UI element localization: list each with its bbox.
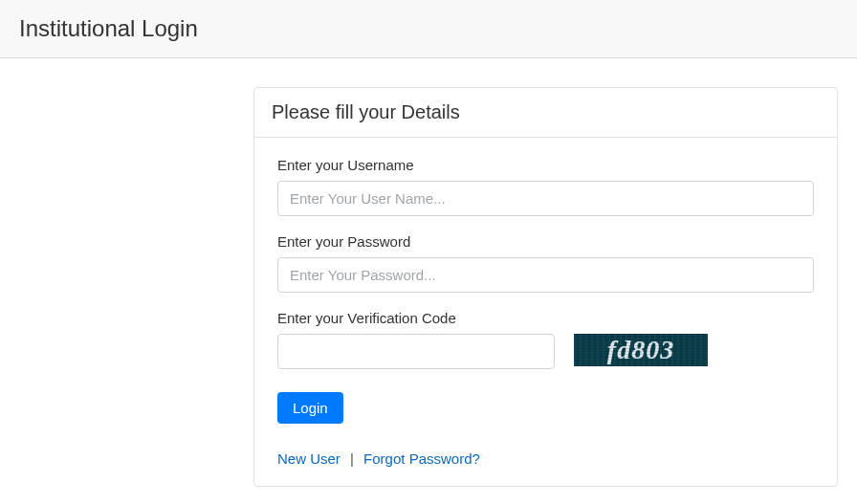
link-separator: | — [350, 450, 354, 467]
verification-label: Enter your Verification Code — [277, 310, 814, 326]
page-title: Institutional Login — [19, 15, 838, 42]
username-label: Enter your Username — [277, 157, 814, 173]
page-header: Institutional Login — [0, 0, 857, 58]
login-card: Please fill your Details Enter your User… — [253, 87, 838, 487]
card-body: Enter your Username Enter your Password … — [254, 138, 837, 486]
card-title: Please fill your Details — [254, 88, 837, 138]
forgot-password-link[interactable]: Forgot Password? — [363, 450, 480, 467]
verification-input[interactable] — [277, 334, 555, 369]
username-group: Enter your Username — [277, 157, 814, 216]
password-group: Enter your Password — [277, 233, 814, 293]
verification-group: Enter your Verification Code fd803 — [277, 310, 814, 369]
password-label: Enter your Password — [277, 233, 814, 250]
login-button[interactable]: Login — [277, 392, 343, 424]
captcha-image: fd803 — [574, 334, 708, 366]
new-user-link[interactable]: New User — [277, 450, 341, 467]
footer-links: New User | Forgot Password? — [277, 450, 814, 467]
username-input[interactable] — [277, 181, 814, 216]
password-input[interactable] — [277, 257, 814, 293]
